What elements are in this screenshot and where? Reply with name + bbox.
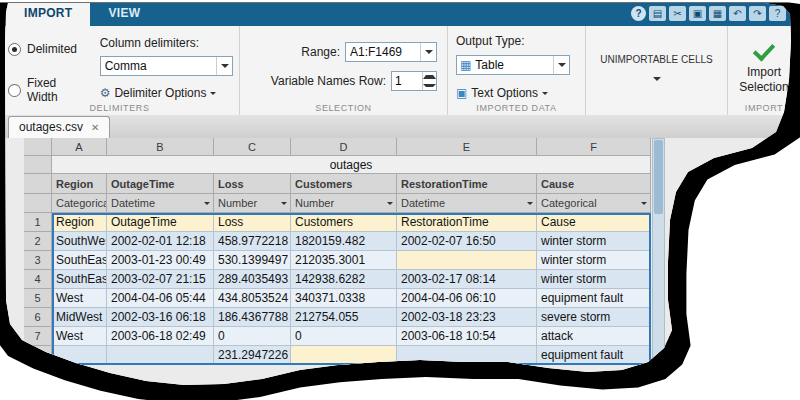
cell-a1[interactable]: Region	[52, 213, 107, 232]
cell-c2[interactable]: 458.9772218	[214, 232, 291, 251]
fixed-width-radio[interactable]: Fixed Width	[8, 76, 90, 104]
chevron-down-icon[interactable]	[641, 202, 647, 205]
cell-d6[interactable]: 212754.055	[291, 308, 397, 327]
chevron-down-icon[interactable]	[281, 202, 287, 205]
help-icon[interactable]: ?	[769, 6, 786, 21]
variable-name-region[interactable]: Region	[52, 174, 107, 194]
text-options-button[interactable]: ▣ Text Options	[456, 82, 577, 100]
paste-icon[interactable]: ▦	[709, 6, 726, 21]
cell-d7[interactable]: 0	[291, 327, 397, 346]
delimited-radio[interactable]: Delimited	[8, 42, 90, 56]
cell-f5[interactable]: equipment fault	[537, 289, 651, 308]
column-delimiters-select[interactable]: Comma	[100, 56, 233, 76]
document-tab-outages[interactable]: outages.csv ✕	[8, 116, 110, 138]
help-badge-icon[interactable]: ?	[631, 6, 646, 21]
row-number[interactable]: 5	[24, 289, 52, 308]
close-icon[interactable]: ✕	[91, 122, 99, 133]
column-header-b[interactable]: B	[107, 138, 214, 156]
undo-icon[interactable]: ↶	[729, 6, 746, 21]
cell-d1[interactable]: Customers	[291, 213, 397, 232]
cell-e1[interactable]: RestorationTime	[397, 213, 537, 232]
scrollbar-thumb[interactable]	[654, 140, 663, 214]
cell-f4[interactable]: winter storm	[537, 270, 651, 289]
cell-e4[interactable]: 2003-02-17 08:14	[397, 270, 537, 289]
cell-d2[interactable]: 1820159.482	[291, 232, 397, 251]
cell-e2[interactable]: 2002-02-07 16:50	[397, 232, 537, 251]
row-number[interactable]: 6	[24, 308, 52, 327]
cell-f8[interactable]: equipment fault	[537, 346, 651, 365]
cell-c6[interactable]: 186.4367788	[214, 308, 291, 327]
delimiter-options-button[interactable]: ⚙ Delimiter Options	[100, 82, 233, 100]
cell-e7[interactable]: 2003-06-18 10:54	[397, 327, 537, 346]
cell-c4[interactable]: 289.4035493	[214, 270, 291, 289]
column-header-c[interactable]: C	[214, 138, 291, 156]
stepper-up-button[interactable]	[423, 72, 436, 81]
cell-e5[interactable]: 2004-04-06 06:10	[397, 289, 537, 308]
row-number[interactable]: 2	[24, 232, 52, 251]
variable-name-loss[interactable]: Loss	[214, 174, 291, 194]
row-number[interactable]: 3	[24, 251, 52, 270]
unimportable-cells-dropdown[interactable]	[653, 77, 661, 81]
type-select-e[interactable]: Datetime	[397, 194, 537, 213]
chevron-down-icon[interactable]	[527, 202, 533, 205]
cell-c7[interactable]: 0	[214, 327, 291, 346]
cell-c3[interactable]: 530.1399497	[214, 251, 291, 270]
cell-f6[interactable]: severe storm	[537, 308, 651, 327]
range-select[interactable]: A1:F1469	[345, 42, 437, 62]
tab-view[interactable]: VIEW	[90, 0, 158, 26]
cell-a2[interactable]: SouthWest	[52, 232, 107, 251]
type-select-f[interactable]: Categorical	[537, 194, 651, 213]
cell-d3[interactable]: 212035.3001	[291, 251, 397, 270]
type-select-c[interactable]: Number	[214, 194, 291, 213]
chevron-down-icon[interactable]	[204, 202, 210, 205]
copy-icon[interactable]: ▣	[689, 6, 706, 21]
variable-name-customers[interactable]: Customers	[291, 174, 397, 194]
column-header-f[interactable]: F	[537, 138, 651, 156]
cell-d5[interactable]: 340371.0338	[291, 289, 397, 308]
cell-f2[interactable]: winter storm	[537, 232, 651, 251]
table-name[interactable]: outages	[52, 156, 651, 174]
type-select-d[interactable]: Number	[291, 194, 397, 213]
cell-b6[interactable]: 2002-03-16 06:18	[107, 308, 214, 327]
cell-c1[interactable]: Loss	[214, 213, 291, 232]
cell-b8[interactable]	[107, 346, 214, 365]
stepper-down-button[interactable]	[423, 81, 436, 90]
cell-f3[interactable]: winter storm	[537, 251, 651, 270]
row-header[interactable]	[24, 194, 52, 213]
corner-cell[interactable]	[24, 138, 52, 156]
cell-c5[interactable]: 434.8053524	[214, 289, 291, 308]
chevron-down-icon[interactable]	[387, 202, 393, 205]
cell-d4[interactable]: 142938.6282	[291, 270, 397, 289]
cell-b5[interactable]: 2004-04-06 05:44	[107, 289, 214, 308]
cell-a4[interactable]: SouthEast	[52, 270, 107, 289]
row-header[interactable]	[24, 156, 52, 174]
type-select-a[interactable]: Categorical	[52, 194, 107, 213]
cell-f7[interactable]: attack	[537, 327, 651, 346]
tab-import[interactable]: IMPORT	[6, 0, 90, 26]
cut-icon[interactable]: ✂	[669, 6, 686, 21]
cell-b7[interactable]: 2003-06-18 02:49	[107, 327, 214, 346]
output-type-select[interactable]: ▦ Table	[456, 55, 570, 75]
variable-name-restorationtime[interactable]: RestorationTime	[397, 174, 537, 194]
cell-b1[interactable]: OutageTime	[107, 213, 214, 232]
cell-b2[interactable]: 2002-02-01 12:18	[107, 232, 214, 251]
column-header-d[interactable]: D	[291, 138, 397, 156]
row-number[interactable]: 4	[24, 270, 52, 289]
column-header-e[interactable]: E	[397, 138, 537, 156]
variable-names-row-stepper[interactable]: 1	[391, 71, 437, 91]
variable-name-cause[interactable]: Cause	[537, 174, 651, 194]
cell-b4[interactable]: 2003-02-07 21:15	[107, 270, 214, 289]
row-header[interactable]	[24, 174, 52, 194]
cell-a3[interactable]: SouthEast	[52, 251, 107, 270]
cell-f1[interactable]: Cause	[537, 213, 651, 232]
cell-c8[interactable]: 231.2947226	[214, 346, 291, 365]
cell-a5[interactable]: West	[52, 289, 107, 308]
redo-icon[interactable]: ↷	[749, 6, 766, 21]
cell-a7[interactable]: West	[52, 327, 107, 346]
column-header-a[interactable]: A	[52, 138, 107, 156]
row-number[interactable]: 1	[24, 213, 52, 232]
type-select-b[interactable]: Datetime	[107, 194, 214, 213]
save-icon[interactable]: ▤	[649, 6, 666, 21]
variable-name-outagetime[interactable]: OutageTime	[107, 174, 214, 194]
cell-e6[interactable]: 2002-03-18 23:23	[397, 308, 537, 327]
